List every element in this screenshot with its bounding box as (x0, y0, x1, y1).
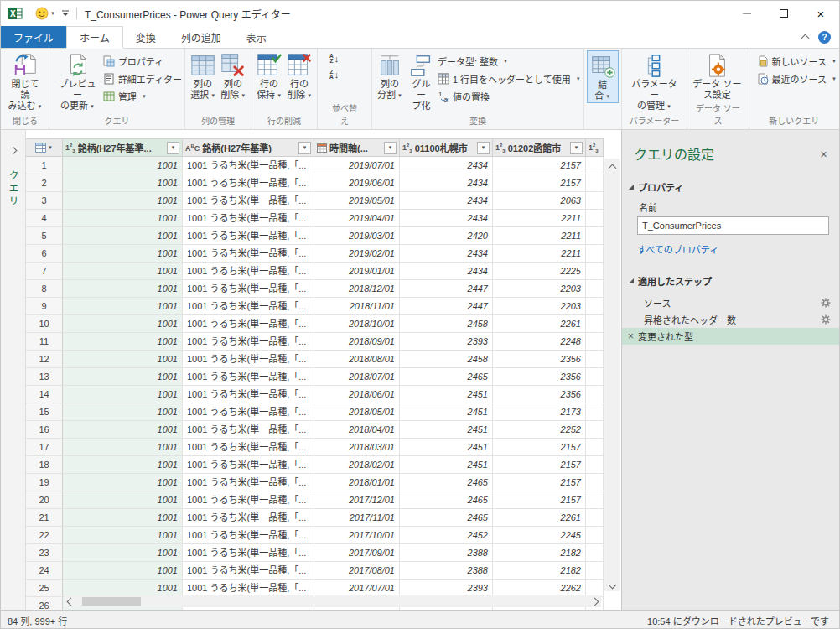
table-cell[interactable]: 1001 (63, 351, 183, 368)
table-cell[interactable]: 1001 (63, 227, 183, 245)
column-filter-button[interactable]: ▼ (384, 142, 397, 154)
table-cell[interactable] (586, 245, 604, 263)
table-cell[interactable]: 2356 (493, 351, 586, 368)
table-cell[interactable]: 1001 うるち米(単一品種,「... (183, 210, 314, 227)
row-number[interactable]: 12 (26, 351, 63, 368)
table-cell[interactable]: 1001 (63, 192, 183, 210)
table-cell[interactable] (586, 562, 604, 580)
table-cell[interactable]: 1001 (63, 580, 183, 597)
table-cell[interactable]: 2434 (400, 245, 493, 263)
table-cell[interactable] (586, 351, 604, 368)
row-number[interactable]: 4 (26, 210, 63, 227)
query-name-input[interactable] (637, 216, 829, 235)
table-cell[interactable] (586, 157, 604, 174)
table-cell[interactable]: 1001 (63, 421, 183, 439)
table-cell[interactable]: 2245 (493, 527, 586, 544)
row-number[interactable]: 16 (26, 421, 63, 439)
combine-button[interactable]: 結 合▼ (587, 50, 619, 103)
select-all-corner-button[interactable]: ▼ (26, 138, 63, 157)
row-number[interactable]: 5 (26, 227, 63, 245)
collapse-ribbon-button[interactable] (802, 29, 808, 44)
use-first-row-as-headers-button[interactable]: 1 行目をヘッダーとして使用 ▼ (438, 70, 581, 86)
sort-descending-button[interactable]: ZA↓ (326, 66, 342, 82)
table-cell[interactable]: 2211 (493, 245, 586, 263)
scrollbar-thumb[interactable] (82, 597, 141, 606)
table-cell[interactable]: 1001 うるち米(単一品種,「... (183, 333, 314, 351)
table-cell[interactable]: 2451 (400, 403, 493, 421)
close-and-load-button[interactable]: 閉じて読 み込む▼ (4, 50, 46, 112)
table-cell[interactable] (586, 456, 604, 474)
tab-file[interactable]: ファイル (1, 26, 66, 48)
table-cell[interactable]: 2018/08/01 (314, 351, 400, 368)
table-cell[interactable] (586, 386, 604, 403)
table-cell[interactable]: 2434 (400, 192, 493, 210)
table-cell[interactable]: 2211 (493, 210, 586, 227)
row-number[interactable]: 3 (26, 192, 63, 210)
table-cell[interactable]: 2173 (493, 403, 586, 421)
table-cell[interactable]: 1001 (63, 527, 183, 544)
table-cell[interactable]: 1001 うるち米(単一品種,「... (183, 315, 314, 333)
table-cell[interactable]: 2019/03/01 (314, 227, 400, 245)
table-cell[interactable]: 2393 (400, 333, 493, 351)
table-cell[interactable] (586, 174, 604, 192)
row-number[interactable]: 22 (26, 527, 63, 544)
table-cell[interactable]: 2017/07/01 (314, 580, 400, 597)
table-cell[interactable]: 1001 (63, 456, 183, 474)
tab-view[interactable]: 表示 (234, 26, 279, 48)
table-cell[interactable]: 1001 うるち米(単一品種,「... (183, 245, 314, 263)
row-number[interactable]: 18 (26, 456, 63, 474)
table-cell[interactable] (586, 333, 604, 351)
table-cell[interactable]: 2434 (400, 157, 493, 174)
table-cell[interactable]: 1001 うるち米(単一品種,「... (183, 491, 314, 509)
table-cell[interactable]: 2019/02/01 (314, 245, 400, 263)
row-number[interactable]: 8 (26, 280, 63, 298)
table-cell[interactable]: 2451 (400, 439, 493, 456)
table-cell[interactable]: 1001 うるち米(単一品種,「... (183, 527, 314, 544)
table-cell[interactable]: 2451 (400, 456, 493, 474)
row-number[interactable]: 25 (26, 580, 63, 597)
table-cell[interactable]: 1001 うるち米(単一品種,「... (183, 421, 314, 439)
table-cell[interactable]: 2017/09/01 (314, 544, 400, 562)
table-cell[interactable]: 2182 (493, 544, 586, 562)
column-filter-button[interactable]: ▼ (570, 142, 583, 154)
table-cell[interactable]: 2182 (493, 562, 586, 580)
table-cell[interactable]: 1001 (63, 280, 183, 298)
table-cell[interactable]: 2157 (493, 491, 586, 509)
row-number[interactable]: 6 (26, 245, 63, 263)
table-cell[interactable]: 2063 (493, 192, 586, 210)
close-button[interactable]: × (802, 1, 839, 26)
tab-add-column[interactable]: 列の追加 (169, 26, 234, 48)
table-cell[interactable]: 2262 (493, 580, 586, 597)
table-cell[interactable]: 2019/06/01 (314, 174, 400, 192)
table-cell[interactable]: 2248 (493, 333, 586, 351)
row-number[interactable]: 15 (26, 403, 63, 421)
table-cell[interactable]: 2017/08/01 (314, 562, 400, 580)
table-cell[interactable]: 2018/06/01 (314, 386, 400, 403)
table-cell[interactable]: 2019/07/01 (314, 157, 400, 174)
column-filter-button[interactable]: ▼ (477, 142, 490, 154)
table-cell[interactable]: 1001 (63, 245, 183, 263)
table-cell[interactable] (586, 509, 604, 527)
table-cell[interactable]: 1001 うるち米(単一品種,「... (183, 227, 314, 245)
manage-button[interactable]: 管理 ▼ (103, 88, 182, 104)
table-cell[interactable]: 2458 (400, 315, 493, 333)
table-cell[interactable]: 1001 (63, 174, 183, 192)
table-cell[interactable]: 1001 うるち米(単一品種,「... (183, 157, 314, 174)
remove-columns-button[interactable]: 列の 削除▼ (218, 50, 248, 101)
keep-rows-button[interactable]: 行の 保持▼ (254, 50, 284, 101)
tab-home[interactable]: ホーム (66, 26, 123, 49)
table-cell[interactable]: 1001 うるち米(単一品種,「... (183, 580, 314, 597)
table-cell[interactable]: 1001 うるち米(単一品種,「... (183, 509, 314, 527)
table-cell[interactable] (586, 474, 604, 491)
table-cell[interactable]: 2018/12/01 (314, 280, 400, 298)
table-cell[interactable] (586, 439, 604, 456)
table-cell[interactable]: 2018/11/01 (314, 298, 400, 315)
table-cell[interactable] (586, 491, 604, 509)
table-cell[interactable]: 2019/04/01 (314, 210, 400, 227)
table-cell[interactable]: 2458 (400, 351, 493, 368)
table-cell[interactable]: 2465 (400, 491, 493, 509)
tab-transform[interactable]: 変換 (123, 26, 169, 48)
table-cell[interactable]: 2157 (493, 174, 586, 192)
table-cell[interactable]: 2465 (400, 509, 493, 527)
table-cell[interactable]: 1001 うるち米(単一品種,「... (183, 474, 314, 491)
